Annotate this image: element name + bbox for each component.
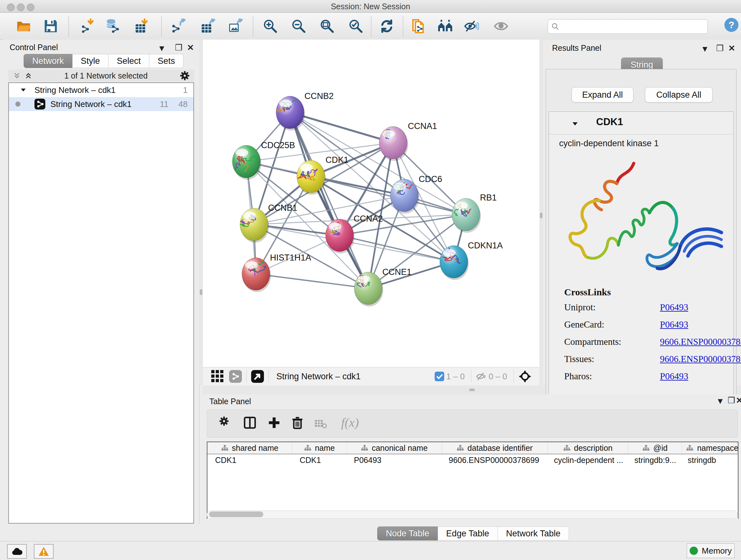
warning-button[interactable] xyxy=(34,544,54,559)
network-node-cdc25b[interactable]: CDC25B xyxy=(232,140,295,180)
hide-selected-icon[interactable] xyxy=(464,18,479,34)
crosslink-link[interactable]: 9606.ENSP00000378699 xyxy=(660,354,741,368)
crosslink-link[interactable]: 9606.ENSP00000378699 xyxy=(660,336,741,351)
table-row[interactable]: CDK1CDK1P064939606.ENSP00000378699cyclin… xyxy=(207,454,738,467)
table-cell[interactable]: stringdb xyxy=(680,454,738,466)
network-node-ccne1[interactable]: CCNE1 xyxy=(354,267,412,307)
network-edge[interactable] xyxy=(256,274,368,288)
network-node-cdkn1a[interactable]: CDKN1A xyxy=(440,241,503,280)
column-header--id[interactable]: @id xyxy=(628,442,682,454)
caret-down-icon[interactable] xyxy=(571,120,579,128)
help-icon[interactable]: ? xyxy=(724,17,739,33)
export-table-icon[interactable] xyxy=(200,18,216,34)
network-tree: String Network – cdk1 1 String Network –… xyxy=(8,82,194,523)
table-cell[interactable]: cyclin-dependent ... xyxy=(546,454,627,466)
column-header-shared-name[interactable]: shared name xyxy=(207,442,292,454)
network-options-gear-icon[interactable] xyxy=(179,70,190,81)
table-header-row[interactable]: shared namenamecanonical namedatabase id… xyxy=(207,442,738,454)
crosslink-link[interactable]: P06493 xyxy=(660,302,688,316)
network-edge[interactable] xyxy=(290,112,393,143)
import-table-icon[interactable] xyxy=(134,18,149,34)
open-session-icon[interactable] xyxy=(16,18,31,34)
zoom-in-icon[interactable] xyxy=(263,18,278,34)
crosslink-link[interactable]: P06493 xyxy=(660,371,688,385)
crosslink-label: GeneCard: xyxy=(564,319,660,333)
close-panel-icon[interactable]: ✕ xyxy=(736,395,741,406)
close-panel-icon[interactable]: ✕ xyxy=(728,44,735,53)
tab-select[interactable]: Select xyxy=(109,54,149,68)
search-input[interactable] xyxy=(562,21,704,32)
zoom-selected-icon[interactable] xyxy=(348,18,363,34)
zoom-out-icon[interactable] xyxy=(291,18,307,34)
birdseye-view-icon[interactable] xyxy=(251,370,264,383)
grid-view-icon[interactable] xyxy=(211,370,224,383)
node-label-ccnb1: CCNB1 xyxy=(268,203,297,212)
tab-network-table[interactable]: Network Table xyxy=(498,526,569,541)
column-header-database-identifier[interactable]: database identifier xyxy=(442,442,548,454)
network-row[interactable]: String Network – cdk1 11 48 xyxy=(9,97,193,111)
clipboard-network-icon[interactable] xyxy=(410,18,426,34)
scrollbar-thumb[interactable] xyxy=(209,511,263,517)
network-canvas[interactable]: CCNB2CCNA1CDC25BCDK1CDC6RB1CCNB1CCNA2CDK… xyxy=(202,40,539,367)
horizontal-scrollbar[interactable] xyxy=(207,510,738,519)
network-node-ccnb2[interactable]: CCNB2 xyxy=(276,91,334,131)
float-panel-icon[interactable]: ❒ xyxy=(728,395,735,406)
refresh-icon[interactable] xyxy=(379,18,394,34)
network-node-cdk1[interactable]: CDK1 xyxy=(297,155,348,195)
collapse-panel-icon[interactable]: ▼ xyxy=(716,396,724,406)
expand-all-chevron-icon[interactable] xyxy=(13,71,21,80)
neighborhood-icon[interactable] xyxy=(437,18,453,34)
network-node-cdc6[interactable]: CDC6 xyxy=(390,174,442,213)
network-graph[interactable]: CCNB2CCNA1CDC25BCDK1CDC6RB1CCNB1CCNA2CDK… xyxy=(202,40,539,367)
memory-button[interactable]: Memory xyxy=(687,543,735,558)
left-splitter[interactable] xyxy=(199,40,203,385)
table-cell[interactable]: CDK1 xyxy=(207,454,292,466)
import-network-from-database-icon[interactable] xyxy=(105,18,120,34)
export-network-icon[interactable] xyxy=(171,18,186,34)
collapse-panel-icon[interactable]: ▼ xyxy=(158,44,166,53)
table-options-gear-icon[interactable] xyxy=(219,416,234,432)
collapse-all-button[interactable]: Collapse All xyxy=(645,87,713,103)
share-network-icon[interactable] xyxy=(229,370,242,383)
close-panel-icon[interactable]: ✕ xyxy=(187,43,194,53)
right-splitter[interactable] xyxy=(539,40,543,385)
crosslink-link[interactable]: P06493 xyxy=(660,319,688,333)
collapse-panel-icon[interactable]: ▼ xyxy=(701,44,709,54)
column-header-name[interactable]: name xyxy=(292,442,347,454)
save-session-icon[interactable] xyxy=(43,18,58,34)
delete-column-icon[interactable] xyxy=(291,416,307,432)
network-node-ccna1[interactable]: CCNA1 xyxy=(379,121,437,161)
zoom-fit-icon[interactable] xyxy=(320,18,335,34)
tab-network[interactable]: Network xyxy=(23,54,72,68)
table-cell[interactable]: P06493 xyxy=(346,454,441,466)
caret-down-icon[interactable] xyxy=(20,86,27,94)
table-cell[interactable]: stringdb:9... xyxy=(627,454,680,466)
table-cell[interactable]: CDK1 xyxy=(292,454,346,466)
tab-node-table[interactable]: Node Table xyxy=(377,526,438,541)
selected-checkbox-icon[interactable] xyxy=(434,372,444,381)
network-collection-row[interactable]: String Network – cdk1 1 xyxy=(9,83,193,97)
tab-style[interactable]: Style xyxy=(72,54,109,68)
network-status-dot xyxy=(15,102,20,107)
float-panel-icon[interactable]: ❒ xyxy=(716,44,724,53)
expand-all-button[interactable]: Expand All xyxy=(571,87,633,103)
create-column-icon[interactable] xyxy=(267,416,283,432)
search-field[interactable] xyxy=(548,19,708,34)
tab-edge-table[interactable]: Edge Table xyxy=(438,526,498,541)
table-cell[interactable]: 9606.ENSP00000378699 xyxy=(441,454,546,466)
cloud-button[interactable] xyxy=(7,544,27,559)
show-columns-icon[interactable] xyxy=(243,416,259,432)
float-panel-icon[interactable]: ❒ xyxy=(175,43,182,53)
collapse-all-chevron-icon[interactable] xyxy=(24,71,32,80)
column-header-description[interactable]: description xyxy=(548,442,628,454)
column-header-canonical-name[interactable]: canonical name xyxy=(347,442,442,454)
tab-sets[interactable]: Sets xyxy=(149,54,184,68)
fit-selected-crosshair-icon[interactable] xyxy=(518,370,532,383)
export-image-icon[interactable] xyxy=(228,18,243,34)
import-network-icon[interactable] xyxy=(80,18,95,34)
network-node-rb1[interactable]: RB1 xyxy=(452,193,497,233)
node-table-grid[interactable]: shared namenamecanonical namedatabase id… xyxy=(207,442,738,519)
column-header-namespace[interactable]: namespace xyxy=(682,442,738,454)
network-node-hist1h1a[interactable]: HIST1H1A xyxy=(242,253,311,292)
protein-header-row[interactable]: CDK1 xyxy=(549,112,733,134)
